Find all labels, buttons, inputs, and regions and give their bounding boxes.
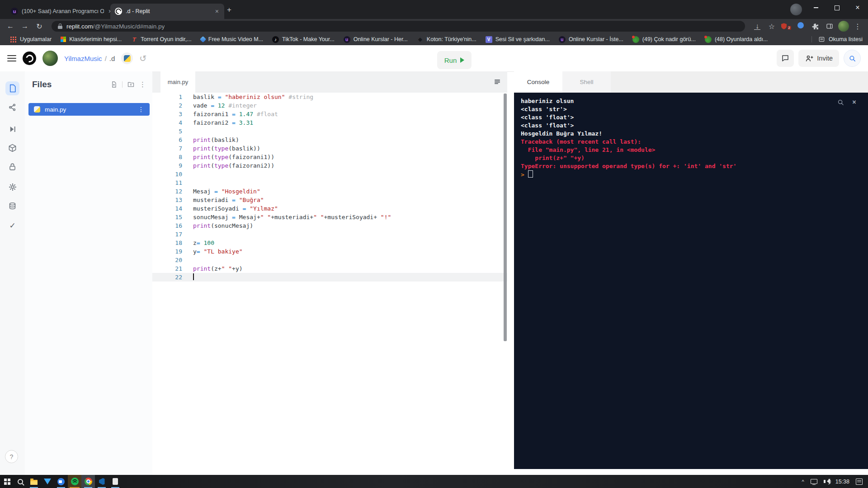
editor-options-icon[interactable] bbox=[494, 78, 501, 85]
editor-scrollbar[interactable] bbox=[504, 94, 507, 341]
taskbar-clock[interactable]: 15:38 bbox=[835, 479, 849, 485]
browser-menu-button[interactable]: ⋮ bbox=[852, 22, 863, 31]
code-line-7[interactable]: 7print(type(baslik)) bbox=[152, 144, 507, 153]
files-menu-kebab-icon[interactable]: ⋮ bbox=[139, 80, 146, 89]
file-item-main-py[interactable]: main.py ⋮ bbox=[28, 103, 150, 116]
secrets-lock-icon[interactable] bbox=[5, 160, 19, 174]
run-history-icon[interactable] bbox=[5, 122, 19, 136]
code-line-14[interactable]: 14musteriSoyadi = "Yılmaz" bbox=[152, 204, 507, 213]
search-button[interactable] bbox=[844, 50, 861, 67]
code-line-2[interactable]: 2vade = 12 #integer bbox=[152, 101, 507, 110]
version-control-icon[interactable] bbox=[5, 100, 19, 114]
back-button[interactable]: ← bbox=[5, 22, 16, 30]
messenger-taskbar-icon[interactable] bbox=[54, 475, 68, 488]
code-line-12[interactable]: 12Mesaj = "Hosgeldin" bbox=[152, 187, 507, 196]
network-display-icon[interactable] bbox=[811, 479, 817, 484]
bookmark-item[interactable]: (49) Çok nadir görü... bbox=[628, 34, 700, 44]
add-folder-icon[interactable] bbox=[127, 81, 135, 88]
code-area[interactable]: 1baslik = "haberiniz olsun" #string2vade… bbox=[152, 93, 507, 475]
browser-profile-avatar[interactable] bbox=[838, 21, 849, 32]
bookmark-item[interactable]: Uygulamalar bbox=[5, 34, 56, 44]
code-line-15[interactable]: 15sonucMesaj = Mesaj+" "+musteriadi+" "+… bbox=[152, 213, 507, 221]
code-line-21[interactable]: 21print(z+" "+y) bbox=[152, 264, 507, 273]
notes-taskbar-icon[interactable] bbox=[108, 475, 122, 488]
tab-shell[interactable]: Shell bbox=[562, 71, 611, 93]
code-line-13[interactable]: 13musteriadi = "Buğra" bbox=[152, 196, 507, 204]
reading-list-button[interactable]: Okuma listesi bbox=[811, 36, 863, 42]
bookmark-item[interactable]: TTorrent Oyun indir,... bbox=[126, 34, 196, 44]
window-profile-avatar[interactable] bbox=[790, 4, 802, 15]
search-taskbar-icon[interactable] bbox=[14, 475, 27, 488]
breadcrumb-username[interactable]: YilmazMusic bbox=[64, 55, 102, 62]
code-line-17[interactable]: 17 bbox=[152, 230, 507, 239]
code-line-1[interactable]: 1baslik = "haberiniz olsun" #string bbox=[152, 93, 507, 101]
code-line-18[interactable]: 18z= 100 bbox=[152, 239, 507, 247]
file-menu-kebab-icon[interactable]: ⋮ bbox=[138, 106, 144, 113]
add-file-icon[interactable] bbox=[110, 81, 118, 88]
window-close-button[interactable]: × bbox=[847, 0, 868, 15]
run-button[interactable]: Run bbox=[437, 51, 472, 69]
code-line-22[interactable]: 22 bbox=[152, 273, 507, 282]
extensions-puzzle-icon[interactable] bbox=[809, 23, 821, 30]
console-clear-icon[interactable]: × bbox=[852, 98, 856, 106]
tab-close-icon[interactable]: × bbox=[214, 8, 220, 15]
bookmark-item[interactable]: ◆Koton: Türkiye'nin... bbox=[412, 34, 481, 44]
hamburger-menu-icon[interactable] bbox=[7, 55, 16, 61]
code-line-5[interactable]: 5 bbox=[152, 127, 507, 136]
download-button[interactable]: ↓ bbox=[751, 22, 763, 30]
side-panel-icon[interactable] bbox=[824, 23, 835, 30]
blue-extension-icon[interactable] bbox=[795, 22, 807, 30]
code-line-6[interactable]: 6print(baslik) bbox=[152, 136, 507, 144]
invite-button[interactable]: Invite bbox=[798, 50, 839, 67]
bookmark-item[interactable]: uOnline Kurslar - Her... bbox=[339, 34, 412, 44]
window-minimize-button[interactable] bbox=[806, 0, 826, 15]
explorer-taskbar-icon[interactable] bbox=[27, 475, 41, 488]
utility-taskbar-icon[interactable] bbox=[41, 475, 54, 488]
database-icon[interactable] bbox=[5, 199, 19, 213]
code-line-3[interactable]: 3faizorani1 = 1.47 #float bbox=[152, 110, 507, 118]
checkmark-icon[interactable]: ✓ bbox=[5, 219, 19, 233]
packages-icon[interactable] bbox=[5, 141, 19, 155]
bookmark-item[interactable]: ♪TikTok - Make Your... bbox=[268, 34, 339, 44]
code-line-10[interactable]: 10 bbox=[152, 170, 507, 178]
chrome-taskbar-icon[interactable] bbox=[81, 475, 95, 488]
bookmark-star-button[interactable]: ☆ bbox=[766, 22, 778, 31]
code-line-16[interactable]: 16print(sonucMesaj) bbox=[152, 221, 507, 230]
bookmark-item[interactable]: Klasörlerimin hepsi... bbox=[56, 34, 126, 44]
user-avatar[interactable] bbox=[42, 51, 58, 66]
volume-icon[interactable] bbox=[824, 480, 826, 483]
action-center-icon[interactable] bbox=[856, 479, 863, 485]
settings-gear-icon[interactable] bbox=[5, 180, 19, 194]
browser-tab-replit[interactable]: .d - Replit × bbox=[110, 4, 224, 19]
code-line-9[interactable]: 9print(type(faizorani2)) bbox=[152, 161, 507, 170]
code-line-8[interactable]: 8print(type(faizorani1)) bbox=[152, 153, 507, 161]
files-rail-icon[interactable] bbox=[5, 81, 19, 95]
address-bar[interactable]: replit.com/@YilmazMusic/d#main.py bbox=[52, 21, 745, 32]
vscode-taskbar-icon[interactable] bbox=[95, 475, 108, 488]
replit-logo-icon[interactable] bbox=[23, 52, 36, 65]
new-tab-button[interactable]: + bbox=[223, 4, 235, 16]
code-line-19[interactable]: 19y= "TL bakiye" bbox=[152, 247, 507, 256]
editor-tab-main-py[interactable]: main.py bbox=[160, 71, 195, 93]
window-maximize-button[interactable] bbox=[826, 0, 847, 15]
help-button[interactable]: ? bbox=[5, 450, 18, 463]
reload-button[interactable]: ↻ bbox=[33, 22, 45, 31]
spotify-taskbar-icon[interactable] bbox=[68, 475, 81, 488]
breadcrumb-repl-name[interactable]: .d bbox=[109, 55, 115, 62]
history-icon[interactable]: ↺ bbox=[139, 53, 146, 64]
ublock-extension-icon[interactable]: 2 bbox=[780, 23, 792, 30]
code-line-4[interactable]: 4faizorani2 = 3.31 bbox=[152, 118, 507, 127]
start-taskbar-icon[interactable] bbox=[0, 475, 14, 488]
console-prompt[interactable]: > bbox=[521, 170, 868, 179]
console-search-icon[interactable] bbox=[837, 99, 844, 106]
browser-tab-udemy[interactable]: u (100+ Saat) Aranan Programcı Ol × bbox=[6, 4, 118, 19]
hidden-icons-chevron[interactable]: ^ bbox=[802, 479, 804, 484]
tab-console[interactable]: Console bbox=[514, 71, 562, 93]
bookmark-item[interactable]: VSesi Sil ve şarkıdan... bbox=[481, 34, 554, 44]
console-output[interactable]: × haberiniz olsun<class 'str'><class 'fl… bbox=[514, 93, 868, 469]
code-line-11[interactable]: 11 bbox=[152, 178, 507, 187]
forward-button[interactable]: → bbox=[19, 22, 31, 30]
bookmark-item[interactable]: (48) Oyunlarda aldı... bbox=[700, 34, 772, 44]
bookmark-item[interactable]: uOnline Kurslar - İste... bbox=[554, 34, 628, 44]
chat-button[interactable] bbox=[777, 50, 794, 67]
